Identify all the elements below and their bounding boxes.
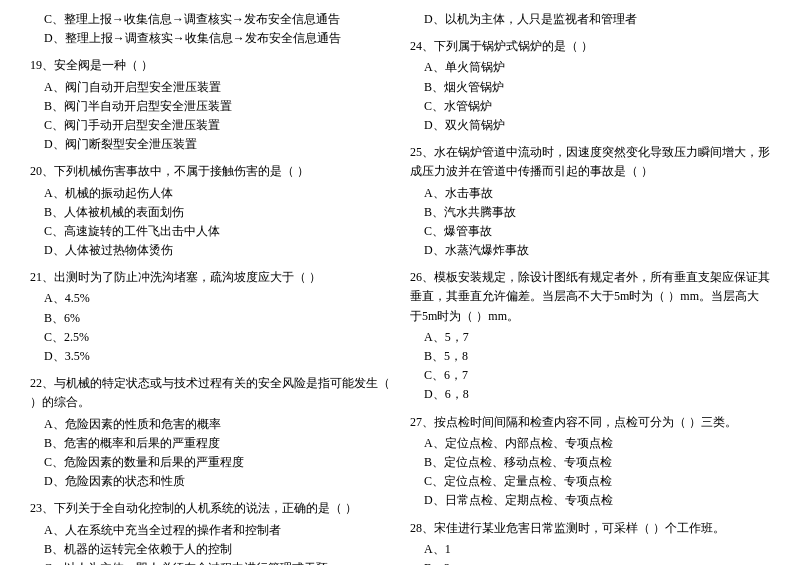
q21-optD: D、3.5% <box>30 347 390 366</box>
q22-optA: A、危险因素的性质和危害的概率 <box>30 415 390 434</box>
q24-optB: B、烟火管锅炉 <box>410 78 770 97</box>
q19-title: 19、安全阀是一种（ ） <box>30 56 390 75</box>
q18c-block: C、整理上报→收集信息→调查核实→发布安全信息通告 D、整理上报→调查核实→收集… <box>30 10 390 48</box>
q26-optB: B、5，8 <box>410 347 770 366</box>
page-content: C、整理上报→收集信息→调查核实→发布安全信息通告 D、整理上报→调查核实→收集… <box>30 10 770 565</box>
q23-title: 23、下列关于全自动化控制的人机系统的说法，正确的是（ ） <box>30 499 390 518</box>
q25-optD: D、水蒸汽爆炸事故 <box>410 241 770 260</box>
q22-optC: C、危险因素的数量和后果的严重程度 <box>30 453 390 472</box>
q25-optA: A、水击事故 <box>410 184 770 203</box>
q19-block: 19、安全阀是一种（ ） A、阀门自动开启型安全泄压装置 B、阀门半自动开启型安… <box>30 56 390 154</box>
q20-block: 20、下列机械伤害事故中，不属于接触伤害的是（ ） A、机械的振动起伤人体 B、… <box>30 162 390 260</box>
q26-optA: A、5，7 <box>410 328 770 347</box>
q19-optC: C、阀门手动开启型安全泄压装置 <box>30 116 390 135</box>
q23-optB: B、机器的运转完全依赖于人的控制 <box>30 540 390 559</box>
q22-optD: D、危险因素的状态和性质 <box>30 472 390 491</box>
q28-optB: B、2 <box>410 559 770 565</box>
q20-optB: B、人体被机械的表面划伤 <box>30 203 390 222</box>
q27-block: 27、按点检时间间隔和检查内容不同，点检可分为（ ）三类。 A、定位点检、内部点… <box>410 413 770 511</box>
q20-optA: A、机械的振动起伤人体 <box>30 184 390 203</box>
q20-title: 20、下列机械伤害事故中，不属于接触伤害的是（ ） <box>30 162 390 181</box>
q20-optD: D、人体被过热物体烫伤 <box>30 241 390 260</box>
q28-optA: A、1 <box>410 540 770 559</box>
q26-optD: D、6，8 <box>410 385 770 404</box>
q21-block: 21、出测时为了防止冲洗沟堵塞，疏沟坡度应大于（ ） A、4.5% B、6% C… <box>30 268 390 366</box>
q27-optC: C、定位点检、定量点检、专项点检 <box>410 472 770 491</box>
q28-title: 28、宋佳进行某业危害日常监测时，可采样（ ）个工作班。 <box>410 519 770 538</box>
q21-optB: B、6% <box>30 309 390 328</box>
q24-optC: C、水管锅炉 <box>410 97 770 116</box>
q26-block: 26、模板安装规定，除设计图纸有规定者外，所有垂直支架应保证其垂直，其垂直允许偏… <box>410 268 770 404</box>
q18d-text: D、整理上报→调查核实→收集信息→发布安全信息通告 <box>30 29 390 48</box>
q23-optA: A、人在系统中充当全过程的操作者和控制者 <box>30 521 390 540</box>
q28-block: 28、宋佳进行某业危害日常监测时，可采样（ ）个工作班。 A、1 B、2 <box>410 519 770 566</box>
q24-optA: A、单火筒锅炉 <box>410 58 770 77</box>
q21-optC: C、2.5% <box>30 328 390 347</box>
q21-title: 21、出测时为了防止冲洗沟堵塞，疏沟坡度应大于（ ） <box>30 268 390 287</box>
q20-optC: C、高速旋转的工件飞出击中人体 <box>30 222 390 241</box>
q27-optA: A、定位点检、内部点检、专项点检 <box>410 434 770 453</box>
q26-title: 26、模板安装规定，除设计图纸有规定者外，所有垂直支架应保证其垂直，其垂直允许偏… <box>410 268 770 326</box>
q24-title: 24、下列属于锅炉式锅炉的是（ ） <box>410 37 770 56</box>
q23-optC: C、以人为主体，即人必须在全过程中进行管理或干预 <box>30 559 390 565</box>
q24-optD: D、双火筒锅炉 <box>410 116 770 135</box>
q27-title: 27、按点检时间间隔和检查内容不同，点检可分为（ ）三类。 <box>410 413 770 432</box>
q26-optC: C、6，7 <box>410 366 770 385</box>
q22-title: 22、与机械的特定状态或与技术过程有关的安全风险是指可能发生（ ）的综合。 <box>30 374 390 412</box>
q19-optA: A、阀门自动开启型安全泄压装置 <box>30 78 390 97</box>
q24-block: 24、下列属于锅炉式锅炉的是（ ） A、单火筒锅炉 B、烟火管锅炉 C、水管锅炉… <box>410 37 770 135</box>
q18c-text: C、整理上报→收集信息→调查核实→发布安全信息通告 <box>30 10 390 29</box>
q22-block: 22、与机械的特定状态或与技术过程有关的安全风险是指可能发生（ ）的综合。 A、… <box>30 374 390 491</box>
q21-optA: A、4.5% <box>30 289 390 308</box>
q23d-block: D、以机为主体，人只是监视者和管理者 <box>410 10 770 29</box>
q22-optB: B、危害的概率和后果的严重程度 <box>30 434 390 453</box>
q23d-text: D、以机为主体，人只是监视者和管理者 <box>410 10 770 29</box>
q27-optD: D、日常点检、定期点检、专项点检 <box>410 491 770 510</box>
q19-optD: D、阀门断裂型安全泄压装置 <box>30 135 390 154</box>
q25-optC: C、爆管事故 <box>410 222 770 241</box>
left-column: C、整理上报→收集信息→调查核实→发布安全信息通告 D、整理上报→调查核实→收集… <box>30 10 390 565</box>
q25-title: 25、水在锅炉管道中流动时，因速度突然变化导致压力瞬间增大，形成压力波并在管道中… <box>410 143 770 181</box>
q19-optB: B、阀门半自动开启型安全泄压装置 <box>30 97 390 116</box>
q25-optB: B、汽水共腾事故 <box>410 203 770 222</box>
right-column: D、以机为主体，人只是监视者和管理者 24、下列属于锅炉式锅炉的是（ ） A、单… <box>410 10 770 565</box>
q27-optB: B、定位点检、移动点检、专项点检 <box>410 453 770 472</box>
q23-block: 23、下列关于全自动化控制的人机系统的说法，正确的是（ ） A、人在系统中充当全… <box>30 499 390 565</box>
q25-block: 25、水在锅炉管道中流动时，因速度突然变化导致压力瞬间增大，形成压力波并在管道中… <box>410 143 770 260</box>
